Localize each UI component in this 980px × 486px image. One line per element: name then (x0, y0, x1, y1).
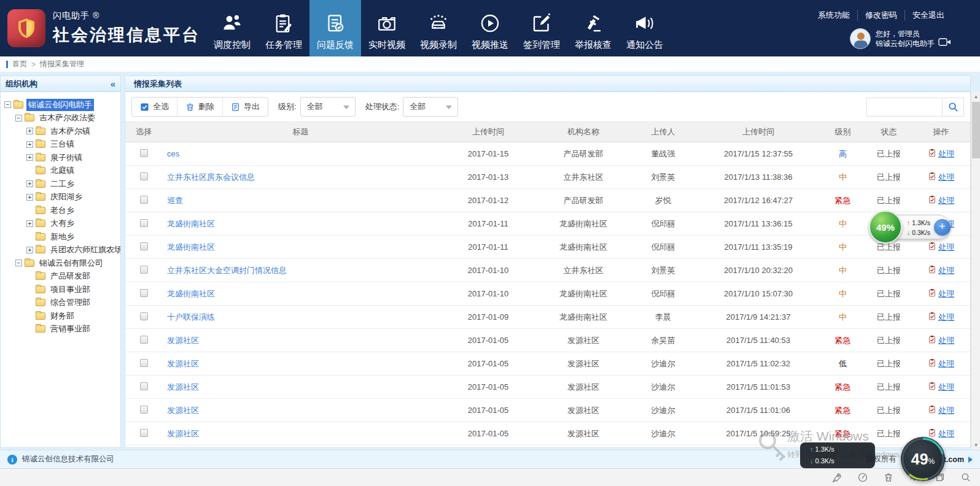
breadcrumb-home[interactable]: 首页 (12, 59, 27, 69)
process-link[interactable]: 处理 (938, 288, 954, 299)
tree-node[interactable]: +兵团农六师红旗农场 (2, 244, 119, 257)
tree-node[interactable]: 营销事业部 (2, 323, 119, 336)
scrollbar-thumb[interactable] (972, 102, 980, 158)
row-title-link[interactable]: 发源社区 (167, 382, 199, 392)
row-title-link[interactable]: 龙盛街南社区 (167, 289, 215, 298)
tree-node[interactable]: +大有乡 (2, 217, 119, 231)
tree-node[interactable]: +二工乡 (2, 177, 119, 191)
scrollbar-down-arrow[interactable]: ▼ (971, 441, 980, 450)
tree-node[interactable]: +庆阳湖乡 (2, 191, 119, 204)
nav-item-record[interactable]: 视频录制 (413, 0, 464, 56)
nav-item-dispatch[interactable]: 调度控制 (206, 0, 258, 56)
tree-expander-icon[interactable]: + (26, 247, 33, 253)
row-checkbox[interactable] (140, 289, 148, 297)
header-link-1[interactable]: 修改密码 (857, 10, 904, 21)
row-checkbox[interactable] (140, 242, 148, 250)
tree-node[interactable]: −锦诚云创有限公司 (2, 256, 119, 270)
row-title-link[interactable]: 立井东社区房东会议信息 (167, 172, 255, 182)
row-checkbox[interactable] (140, 359, 148, 367)
tree-node[interactable]: 北庭镇 (2, 164, 119, 178)
gauge-icon[interactable] (857, 472, 868, 483)
tree-expander-icon[interactable]: + (26, 220, 33, 227)
tree-node[interactable]: +泉子街镇 (2, 151, 119, 164)
tree-node[interactable]: 综合管理部 (2, 296, 119, 310)
row-checkbox[interactable] (140, 429, 148, 437)
tree-node[interactable]: 项目事业部 (2, 283, 119, 296)
process-link[interactable]: 处理 (938, 265, 954, 276)
vertical-scrollbar[interactable]: ▲ ▼ (971, 92, 980, 450)
search-input[interactable] (866, 98, 942, 117)
row-checkbox[interactable] (140, 312, 148, 320)
footer-expand-arrow[interactable] (968, 457, 973, 463)
row-title-link[interactable]: 发源社区 (167, 429, 199, 438)
trash-icon[interactable] (883, 472, 894, 483)
process-link[interactable]: 处理 (938, 405, 954, 416)
search-button[interactable] (942, 98, 964, 117)
nav-item-video[interactable]: 实时视频 (361, 0, 413, 56)
export-button[interactable]: 导出 (222, 98, 268, 116)
row-title-link[interactable]: 龙盛街南社区 (167, 219, 215, 228)
tree-node[interactable]: −锦诚云创闪电助手 (2, 98, 119, 112)
tree-expander-icon[interactable]: + (26, 194, 33, 201)
row-checkbox[interactable] (140, 382, 148, 390)
row-title-link[interactable]: 龙盛街南社区 (167, 242, 215, 252)
row-title-link[interactable]: ces (167, 149, 179, 158)
row-title-link[interactable]: 发源社区 (167, 336, 199, 345)
speed-monitor-widget[interactable]: 49% ↑ 1.3K/s ↓ 0.3K/s + (872, 215, 951, 239)
tree-expander-icon[interactable]: − (15, 115, 22, 122)
rocket-icon[interactable] (831, 472, 842, 483)
process-link[interactable]: 处理 (938, 172, 954, 183)
nav-item-notice[interactable]: 通知公告 (619, 0, 671, 56)
memory-percent-ball[interactable]: 49 % (901, 437, 945, 481)
tree-node[interactable]: −吉木萨尔政法委 (2, 112, 119, 125)
nav-item-checkin[interactable]: 签到管理 (516, 0, 567, 56)
select-all-button[interactable]: 全选 (132, 98, 177, 116)
process-link[interactable]: 处理 (938, 312, 954, 323)
speed-percent-ball[interactable]: 49% (869, 210, 902, 244)
add-button[interactable]: + (934, 219, 951, 236)
tree-expander-icon[interactable]: − (4, 101, 11, 108)
row-title-link[interactable]: 立井东社区大金空调封门情况信息 (167, 266, 287, 275)
tree-node[interactable]: 新地乡 (2, 230, 119, 244)
nav-item-push[interactable]: 视频推送 (464, 0, 516, 56)
tree-expander-icon[interactable]: + (26, 180, 33, 187)
tree-node[interactable]: 老台乡 (2, 204, 119, 217)
row-title-link[interactable]: 发源社区 (167, 359, 199, 368)
sidebar-collapse-button[interactable]: « (111, 79, 115, 89)
nav-item-task[interactable]: 任务管理 (258, 0, 309, 56)
tree-expander-icon[interactable]: + (26, 154, 33, 161)
row-checkbox[interactable] (140, 219, 148, 227)
upload-date-cell: 2017-01-05 (439, 336, 537, 345)
row-checkbox[interactable] (140, 196, 148, 204)
tree-node[interactable]: 产品研发部 (2, 270, 119, 284)
level-filter-select[interactable]: 全部 (300, 97, 356, 117)
tree-expander-icon[interactable]: − (15, 260, 22, 266)
row-checkbox[interactable] (140, 266, 148, 274)
process-link[interactable]: 处理 (938, 242, 954, 253)
scrollbar-up-arrow[interactable]: ▲ (971, 92, 980, 101)
search-icon[interactable] (960, 472, 971, 483)
nav-item-feedback[interactable]: 问题反馈 (309, 0, 361, 56)
nav-item-report[interactable]: 举报核查 (567, 0, 619, 56)
tree-node[interactable]: 财务部 (2, 309, 119, 323)
delete-button[interactable]: 删除 (177, 98, 222, 116)
process-link[interactable]: 处理 (938, 148, 954, 160)
tree-expander-icon[interactable]: + (26, 128, 33, 134)
header-link-2[interactable]: 安全退出 (904, 10, 952, 21)
process-link[interactable]: 处理 (938, 382, 954, 393)
row-checkbox[interactable] (140, 406, 148, 414)
tree-node[interactable]: +三台镇 (2, 138, 119, 152)
row-checkbox[interactable] (140, 149, 148, 157)
status-filter-select[interactable]: 全部 (403, 97, 458, 117)
process-link[interactable]: 处理 (938, 358, 954, 369)
row-title-link[interactable]: 巡查 (167, 196, 183, 205)
tree-expander-icon[interactable]: + (26, 141, 33, 148)
process-link[interactable]: 处理 (938, 335, 954, 346)
tree-node[interactable]: +吉木萨尔镇 (2, 125, 119, 138)
process-link[interactable]: 处理 (938, 195, 954, 206)
header-link-0[interactable]: 系统功能 (811, 10, 857, 21)
row-title-link[interactable]: 发源社区 (167, 406, 199, 415)
row-checkbox[interactable] (140, 336, 148, 344)
row-title-link[interactable]: 十户联保演练 (167, 312, 215, 322)
row-checkbox[interactable] (140, 172, 148, 180)
